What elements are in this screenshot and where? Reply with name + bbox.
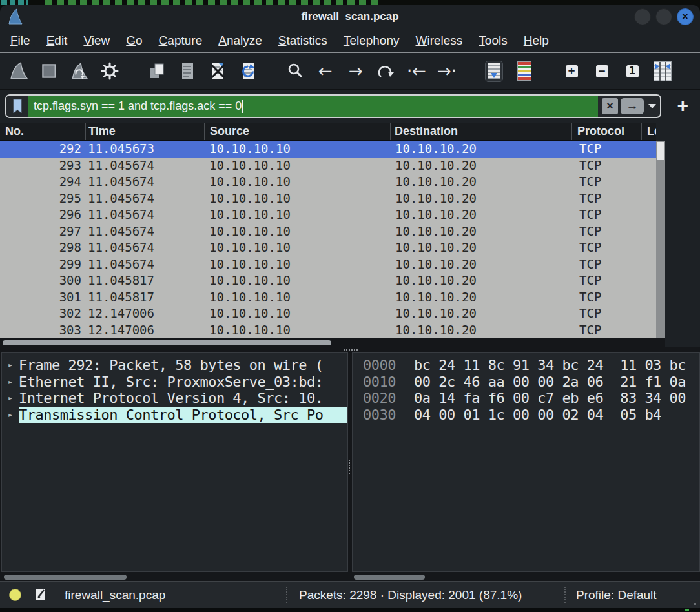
apply-filter-button[interactable]: →	[621, 98, 644, 114]
scrollbar-handle[interactable]	[657, 142, 664, 160]
hex-row[interactable]: 0010 00 2c 46 aa 00 00 2a 06 21 f1 0a	[353, 374, 699, 391]
zoom-in-button[interactable]: +	[560, 59, 583, 83]
packet-list-pane: No. Time Source Destination Protocol Len…	[0, 123, 665, 347]
menu-item[interactable]: View	[83, 34, 110, 48]
close-file-button[interactable]	[206, 59, 229, 83]
packet-row[interactable]: 303 12.147006 10.10.10.10 10.10.10.20 TC…	[0, 322, 656, 339]
start-capture-button[interactable]	[7, 59, 30, 83]
column-header-destination[interactable]: Destination	[390, 123, 571, 140]
detail-row[interactable]: ▸ Transmission Control Protocol, Src Po	[2, 407, 347, 423]
detail-row[interactable]: ▸ Ethernet II, Src: ProxmoxServe_03:bd:	[2, 374, 347, 391]
column-header-no[interactable]: No.	[0, 123, 85, 140]
resize-columns-button[interactable]	[651, 59, 674, 83]
capture-filename: firewall_scan.pcap	[65, 588, 165, 602]
colorize-icon	[517, 61, 531, 81]
reload-file-button[interactable]	[236, 59, 260, 83]
stop-capture-button[interactable]	[37, 59, 61, 83]
display-filter-field[interactable]: tcp.flags.syn == 1 and tcp.flags.ack == …	[5, 94, 661, 118]
expand-arrow-icon[interactable]: ▸	[2, 374, 19, 391]
zoom-out-button[interactable]: −	[590, 59, 613, 83]
packet-row[interactable]: 296 11.045674 10.10.10.10 10.10.10.20 TC…	[0, 207, 656, 223]
display-filter-input[interactable]: tcp.flags.syn == 1 and tcp.flags.ack == …	[28, 96, 598, 117]
zoom-normal-button[interactable]: 1	[621, 59, 644, 83]
detail-row[interactable]: ▸ Frame 292: Packet, 58 bytes on wire (	[2, 357, 347, 374]
profile-selector[interactable]: Profile: Default	[566, 588, 657, 602]
hex-row[interactable]: 0000 bc 24 11 8c 91 34 bc 24 11 03 bc	[353, 357, 699, 374]
column-header-time[interactable]: Time	[85, 123, 204, 140]
hex-bytes-left: 00 2c 46 aa 00 00 2a 06	[414, 374, 603, 391]
detail-row[interactable]: ▸ Internet Protocol Version 4, Src: 10.	[2, 390, 347, 407]
close-button[interactable]: ×	[677, 8, 694, 25]
zoom-normal-icon: 1	[626, 65, 639, 77]
expand-arrow-icon[interactable]: ▸	[2, 407, 19, 423]
clear-filter-button[interactable]: ×	[602, 98, 618, 114]
column-header-source[interactable]: Source	[204, 123, 390, 140]
previous-packet-button[interactable]: ·←	[405, 59, 428, 83]
hex-row[interactable]: 0030 04 00 01 1c 00 00 02 04 05 b4	[353, 407, 699, 423]
lower-panes: ▸ Frame 292: Packet, 58 bytes on wire ( …	[0, 352, 700, 581]
menu-item[interactable]: Wireless	[416, 34, 463, 48]
vertical-splitter-grip-icon[interactable]	[349, 460, 350, 461]
go-forward-button[interactable]: →	[344, 59, 367, 83]
auto-scroll-button[interactable]	[482, 59, 506, 83]
packet-row[interactable]: 293 11.045674 10.10.10.10 10.10.10.20 TC…	[0, 158, 656, 174]
capture-options-button[interactable]	[98, 59, 121, 83]
minimize-button[interactable]	[634, 8, 651, 25]
menu-item[interactable]: Analyze	[218, 34, 262, 48]
packet-row[interactable]: 300 11.045817 10.10.10.10 10.10.10.20 TC…	[0, 272, 656, 289]
packet-row[interactable]: 294 11.045674 10.10.10.10 10.10.10.20 TC…	[0, 174, 656, 190]
menu-item[interactable]: Capture	[159, 34, 203, 48]
hex-offset: 0010	[353, 374, 414, 391]
menu-item[interactable]: Statistics	[278, 34, 327, 48]
filter-dropdown-chevron-icon[interactable]	[648, 104, 656, 108]
expand-arrow-icon[interactable]: ▸	[2, 357, 19, 374]
status-bar: firewall_scan.pcap Packets: 2298 · Displ…	[0, 581, 700, 608]
filter-bookmark-button[interactable]	[6, 96, 28, 117]
go-back-button[interactable]: ←	[314, 59, 337, 83]
packet-row[interactable]: 302 12.147006 10.10.10.10 10.10.10.20 TC…	[0, 305, 656, 322]
hex-horizontal-scrollbar[interactable]	[354, 575, 425, 580]
menu-item[interactable]: Edit	[46, 34, 68, 48]
details-horizontal-scrollbar[interactable]	[4, 575, 127, 580]
hex-bytes-right: 05 b4	[620, 407, 661, 423]
menu-item[interactable]: Telephony	[344, 34, 400, 48]
expand-arrow-icon[interactable]: ▸	[2, 390, 19, 407]
hex-bytes-left: bc 24 11 8c 91 34 bc 24	[414, 357, 603, 374]
restart-capture-button[interactable]	[68, 59, 91, 83]
menu-item[interactable]: Help	[524, 34, 549, 48]
splitter-grip-icon	[344, 349, 345, 351]
add-filter-button[interactable]: +	[677, 93, 688, 119]
colorize-packets-button[interactable]	[513, 59, 536, 83]
hex-offset: 0030	[353, 407, 414, 423]
title-bar[interactable]: firewall_scan.pcap ×	[0, 5, 700, 28]
menu-item[interactable]: File	[10, 34, 30, 48]
packet-row[interactable]: 299 11.045674 10.10.10.10 10.10.10.20 TC…	[0, 256, 656, 273]
screen: firewall_scan.pcap × FileEditViewGoCaptu…	[0, 0, 700, 612]
menu-item[interactable]: Go	[126, 34, 142, 48]
resize-columns-icon	[654, 61, 672, 81]
packet-row[interactable]: 301 11.045817 10.10.10.10 10.10.10.20 TC…	[0, 289, 656, 306]
menu-item[interactable]: Tools	[479, 34, 507, 48]
packet-row[interactable]: 292 11.045673 10.10.10.10 10.10.10.20 TC…	[0, 141, 656, 158]
packet-row[interactable]: 297 11.045674 10.10.10.10 10.10.10.20 TC…	[0, 223, 656, 240]
go-to-packet-button[interactable]	[375, 59, 398, 83]
packet-row[interactable]: 295 11.045674 10.10.10.10 10.10.10.20 TC…	[0, 190, 656, 207]
resize-grip-icon[interactable]	[694, 603, 696, 605]
scrollbar-handle[interactable]	[3, 340, 331, 345]
packet-row[interactable]: 298 11.045674 10.10.10.10 10.10.10.20 TC…	[0, 240, 656, 256]
save-file-button[interactable]	[176, 59, 199, 83]
column-header-length[interactable]: Length	[641, 123, 656, 140]
main-toolbar: ← → ·← →· + − 1	[0, 53, 700, 90]
maximize-button[interactable]	[655, 8, 672, 25]
find-packet-button[interactable]	[283, 59, 307, 83]
horizontal-splitter[interactable]	[0, 347, 700, 352]
expert-info-icon[interactable]	[9, 589, 21, 601]
packet-list-vertical-scrollbar[interactable]	[656, 141, 665, 338]
capture-comment-icon[interactable]	[34, 588, 46, 602]
text-cursor	[242, 100, 243, 113]
hex-row[interactable]: 0020 0a 14 fa f6 00 c7 eb e6 83 34 00	[353, 390, 699, 407]
packet-list-horizontal-scrollbar[interactable]	[0, 338, 665, 347]
next-packet-button[interactable]: →·	[435, 59, 458, 83]
open-file-button[interactable]	[145, 59, 169, 83]
column-header-protocol[interactable]: Protocol	[571, 123, 641, 140]
